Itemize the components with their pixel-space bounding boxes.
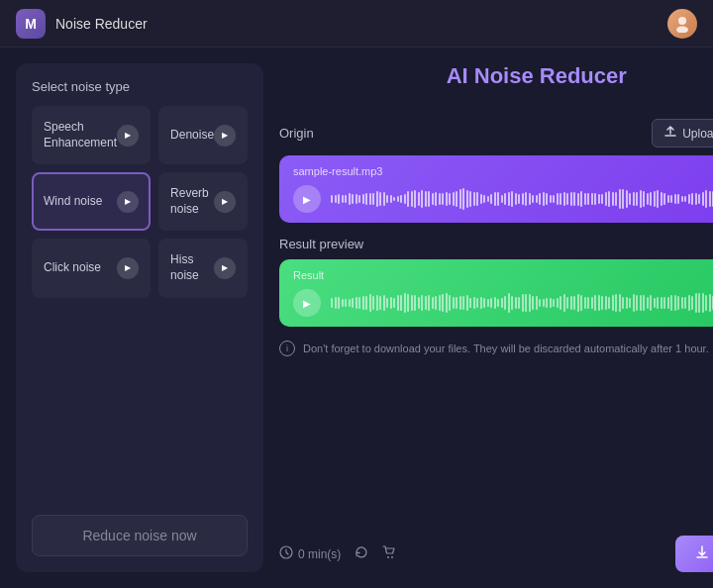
origin-waveform xyxy=(331,185,713,213)
result-audio-meta: Result 00:00:00 xyxy=(293,269,713,281)
origin-section-header: Origin Upload new xyxy=(279,119,713,147)
time-label: 0 min(s) xyxy=(298,547,341,561)
stat-refresh[interactable] xyxy=(355,545,368,562)
logo-text: M xyxy=(25,16,37,32)
origin-audio-meta: sample-result.mp3 00:00:12 xyxy=(293,165,713,177)
main-content: Select noise type Speech Enhancement ▶ D… xyxy=(0,48,713,588)
svg-point-1 xyxy=(676,26,688,33)
svg-point-3 xyxy=(387,556,389,558)
noise-label-denoise: Denoise xyxy=(170,128,214,144)
noise-item-denoise[interactable]: Denoise ▶ xyxy=(158,106,248,164)
page-title: AI Noise Reducer xyxy=(279,63,713,89)
svg-point-4 xyxy=(391,556,393,558)
noise-label-wind: Wind noise xyxy=(44,194,102,210)
noise-item-hiss[interactable]: Hiss noise ▶ xyxy=(158,239,248,297)
result-audio-player: Result 00:00:00 ▶ xyxy=(279,259,713,327)
play-btn-wind[interactable]: ▶ xyxy=(117,191,139,213)
noise-item-wind[interactable]: Wind noise ▶ xyxy=(32,172,151,231)
app-logo: M xyxy=(16,9,46,39)
result-track-label: Result xyxy=(293,269,324,281)
download-button[interactable]: Download xyxy=(675,536,713,572)
stat-cart[interactable] xyxy=(382,545,396,562)
info-text: Don't forget to download your files. The… xyxy=(303,343,709,354)
noise-grid: Speech Enhancement ▶ Denoise ▶ Wind nois… xyxy=(32,106,248,298)
origin-section: Origin Upload new xyxy=(279,119,713,223)
reduce-noise-button[interactable]: Reduce noise now xyxy=(32,515,248,556)
noise-item-click[interactable]: Click noise ▶ xyxy=(32,239,151,297)
right-panel: AI Noise Reducer Origin Upload new xyxy=(279,63,713,572)
origin-actions: Upload new xyxy=(652,119,713,147)
play-btn-click[interactable]: ▶ xyxy=(117,257,139,279)
info-message: i Don't forget to download your files. T… xyxy=(279,341,713,356)
play-btn-denoise[interactable]: ▶ xyxy=(214,125,236,147)
download-icon xyxy=(695,545,709,562)
avatar[interactable] xyxy=(667,9,697,39)
panel-title: Select noise type xyxy=(32,79,248,94)
origin-audio-player: sample-result.mp3 00:00:12 ▶ xyxy=(279,155,713,223)
bottom-bar: 0 min(s) xyxy=(279,528,713,572)
result-play-button[interactable]: ▶ xyxy=(293,289,321,317)
result-section-header: Result preview xyxy=(279,237,713,251)
noise-item-reverb[interactable]: Reverb noise ▶ xyxy=(158,172,248,231)
header-left: M Noise Reducer xyxy=(16,9,148,39)
play-btn-hiss[interactable]: ▶ xyxy=(214,257,236,279)
left-panel: Select noise type Speech Enhancement ▶ D… xyxy=(16,63,263,572)
noise-label-hiss: Hiss noise xyxy=(170,252,214,283)
noise-type-section: Select noise type Speech Enhancement ▶ D… xyxy=(32,79,248,298)
result-label: Result preview xyxy=(279,237,363,251)
result-waveform xyxy=(331,289,713,317)
clock-icon xyxy=(279,545,293,562)
noise-label-speech: Speech Enhancement xyxy=(44,120,117,150)
play-btn-reverb[interactable]: ▶ xyxy=(214,191,236,213)
stat-time: 0 min(s) xyxy=(279,545,341,562)
play-btn-speech[interactable]: ▶ xyxy=(117,125,139,147)
info-icon: i xyxy=(279,341,295,356)
result-section: Result preview Result 00:00:00 ▶ xyxy=(279,237,713,327)
noise-label-click: Click noise xyxy=(44,260,101,276)
origin-filename: sample-result.mp3 xyxy=(293,165,382,177)
header: M Noise Reducer xyxy=(0,0,713,48)
upload-new-button[interactable]: Upload new xyxy=(652,119,713,147)
noise-label-reverb: Reverb noise xyxy=(170,186,214,217)
cart-icon[interactable] xyxy=(382,545,396,562)
refresh-icon[interactable] xyxy=(355,545,368,562)
bottom-stats: 0 min(s) xyxy=(279,545,396,562)
app-title: Noise Reducer xyxy=(55,16,148,32)
result-audio-controls: ▶ xyxy=(293,289,713,317)
origin-label: Origin xyxy=(279,126,314,141)
noise-item-speech[interactable]: Speech Enhancement ▶ xyxy=(32,106,151,164)
svg-point-0 xyxy=(678,17,686,25)
upload-icon xyxy=(664,126,676,141)
upload-btn-label: Upload new xyxy=(682,127,713,141)
origin-play-button[interactable]: ▶ xyxy=(293,185,321,213)
origin-audio-controls: ▶ xyxy=(293,185,713,213)
